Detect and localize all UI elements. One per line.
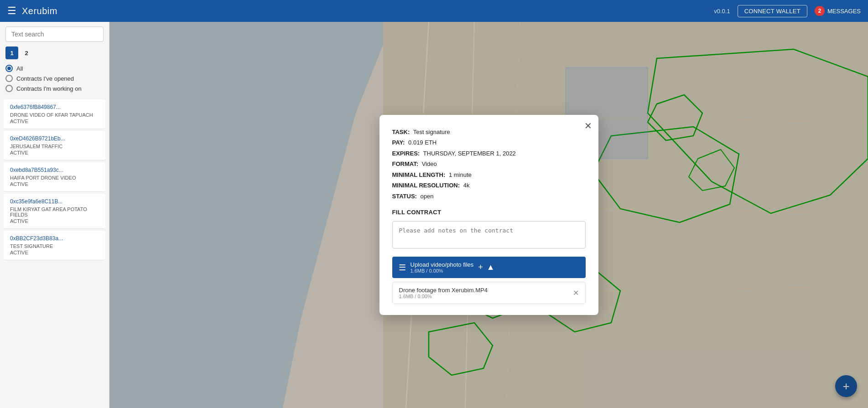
- contract-name: JERUSALEM TRAFFIC: [10, 144, 99, 149]
- status-line: STATUS: open: [392, 192, 586, 201]
- filter-ive-opened[interactable]: Contracts I've opened: [5, 75, 104, 82]
- pay-line: PAY: 0.019 ETH: [392, 138, 586, 147]
- format-line: FORMAT: Video: [392, 160, 586, 169]
- pagination: 1 2: [0, 46, 109, 63]
- upload-list-icon: ☰: [399, 263, 406, 273]
- min-length-label: MINIMAL LENGTH:: [392, 171, 446, 178]
- contract-item[interactable]: 0xc35e9fa6e8C11B... FILM KIRYAT GAT AREA…: [4, 194, 105, 229]
- file-item-info: Drone footage from Xerubim.MP4 1.6MB / 0…: [399, 287, 488, 299]
- modal-close-button[interactable]: ✕: [584, 121, 592, 130]
- notes-input[interactable]: [392, 221, 586, 248]
- connect-wallet-button[interactable]: CONNECT WALLET: [738, 5, 807, 17]
- filter-all[interactable]: All: [5, 65, 104, 72]
- pay-value: 0.019 ETH: [408, 139, 437, 146]
- main-layout: 1 2 All Contracts I've opened Contracts …: [0, 22, 868, 408]
- task-value: Test signature: [413, 129, 450, 135]
- filter-ive-opened-label: Contracts I've opened: [16, 75, 74, 82]
- search-input[interactable]: [5, 26, 104, 42]
- filter-all-label: All: [16, 65, 23, 72]
- contract-item[interactable]: 0xfe6376fB849867... DRONE VIDEO OF KFAR …: [4, 99, 105, 129]
- upload-bar-label: Upload video/photo files: [411, 261, 474, 268]
- upload-bar: ☰ Upload video/photo files 1.6MB / 0.00%…: [392, 257, 586, 278]
- min-res-value: 4k: [463, 182, 470, 189]
- modal-overlay: ✕ TASK: Test signature PAY: 0.019 ETH EX…: [109, 22, 868, 408]
- expires-label: EXPIRES:: [392, 150, 420, 157]
- file-size: 1.6MB / 0.00%: [399, 294, 488, 299]
- page-1-button[interactable]: 1: [5, 46, 18, 59]
- contract-address: 0xBB2CF23d3B83a...: [10, 235, 99, 242]
- contract-name: HAIFA PORT DRONE VIDEO: [10, 175, 99, 181]
- filter-options: All Contracts I've opened Contracts I'm …: [0, 63, 109, 96]
- sidebar: 1 2 All Contracts I've opened Contracts …: [0, 22, 109, 408]
- map-area: ✕ TASK: Test signature PAY: 0.019 ETH EX…: [109, 22, 868, 408]
- contract-status: ACTIVE: [10, 119, 99, 124]
- upload-cloud-button[interactable]: ▲: [487, 263, 495, 272]
- min-length-value: 1 minute: [449, 171, 472, 178]
- menu-icon[interactable]: ☰: [7, 5, 16, 17]
- fill-contract-title: FILL CONTRACT: [392, 209, 586, 216]
- contract-item[interactable]: 0xeD4626B9721bEb... JERUSALEM TRAFFIC AC…: [4, 131, 105, 160]
- messages-badge: 2: [815, 6, 825, 16]
- navbar-right: v0.0.1 CONNECT WALLET 2 MESSAGES: [714, 5, 861, 17]
- contract-address: 0xeD4626B9721bEb...: [10, 135, 99, 142]
- navbar: ☰ Xerubim v0.0.1 CONNECT WALLET 2 MESSAG…: [0, 0, 868, 22]
- task-line: TASK: Test signature: [392, 128, 586, 137]
- upload-actions: + ▲: [478, 263, 494, 272]
- contract-list: 0xfe6376fB849867... DRONE VIDEO OF KFAR …: [0, 96, 109, 408]
- status-value: open: [421, 193, 434, 200]
- filter-working-on[interactable]: Contracts I'm working on: [5, 85, 104, 92]
- file-remove-button[interactable]: ✕: [573, 289, 579, 297]
- pay-label: PAY:: [392, 139, 405, 146]
- upload-bar-info: Upload video/photo files 1.6MB / 0.00%: [411, 261, 474, 274]
- task-label: TASK:: [392, 129, 410, 135]
- min-res-label: MINIMAL RESOLUTION:: [392, 182, 460, 189]
- expires-value: THURSDAY, SEPTEMBER 1, 2022: [423, 150, 516, 157]
- contract-name: TEST SIGNATURE: [10, 243, 99, 249]
- modal-info: TASK: Test signature PAY: 0.019 ETH EXPI…: [392, 128, 586, 201]
- upload-bar-size: 1.6MB / 0.00%: [411, 268, 474, 274]
- radio-all-inner: [7, 67, 11, 70]
- messages-label: MESSAGES: [827, 8, 861, 15]
- contract-name: FILM KIRYAT GAT AREA POTATO FIELDS: [10, 207, 99, 217]
- page-2-button[interactable]: 2: [20, 46, 33, 59]
- expires-line: EXPIRES: THURSDAY, SEPTEMBER 1, 2022: [392, 149, 586, 158]
- contract-address: 0xc35e9fa6e8C11B...: [10, 198, 99, 205]
- min-length-line: MINIMAL LENGTH: 1 minute: [392, 170, 586, 180]
- file-name: Drone footage from Xerubim.MP4: [399, 287, 488, 294]
- filter-working-on-label: Contracts I'm working on: [16, 85, 82, 92]
- version-label: v0.0.1: [714, 8, 730, 15]
- app-title: Xerubim: [22, 6, 57, 16]
- contract-name: DRONE VIDEO OF KFAR TAPUACH: [10, 112, 99, 118]
- radio-working-outer: [5, 85, 13, 92]
- contract-status: ACTIVE: [10, 250, 99, 255]
- radio-opened-outer: [5, 75, 13, 82]
- contract-status: ACTIVE: [10, 150, 99, 155]
- contract-item[interactable]: 0xebd8a7B551a93c... HAIFA PORT DRONE VID…: [4, 162, 105, 192]
- file-item: Drone footage from Xerubim.MP4 1.6MB / 0…: [392, 282, 586, 304]
- format-value: Video: [422, 160, 437, 167]
- contract-address: 0xfe6376fB849867...: [10, 104, 99, 110]
- contract-status: ACTIVE: [10, 218, 99, 224]
- contract-item[interactable]: 0xBB2CF23d3B83a... TEST SIGNATURE ACTIVE: [4, 231, 105, 260]
- upload-add-button[interactable]: +: [478, 263, 483, 272]
- radio-all-outer: [5, 65, 13, 72]
- min-res-line: MINIMAL RESOLUTION: 4k: [392, 181, 586, 190]
- status-label: STATUS:: [392, 193, 417, 200]
- messages-button[interactable]: 2 MESSAGES: [815, 6, 861, 16]
- contract-status: ACTIVE: [10, 181, 99, 187]
- format-label: FORMAT:: [392, 160, 419, 167]
- contract-address: 0xebd8a7B551a93c...: [10, 167, 99, 173]
- contract-modal: ✕ TASK: Test signature PAY: 0.019 ETH EX…: [379, 115, 598, 315]
